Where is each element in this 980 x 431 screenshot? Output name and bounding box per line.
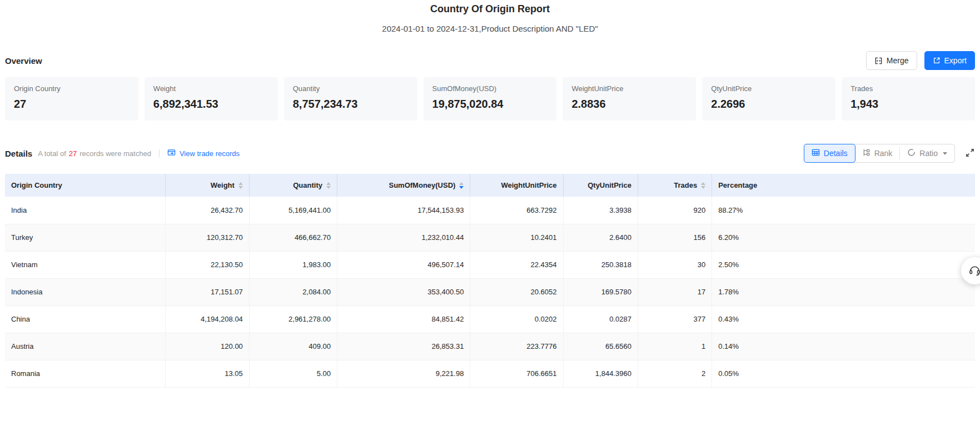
overview-card: Weight 6,892,341.53	[145, 77, 278, 121]
page-title: Country Of Origin Report	[0, 3, 980, 15]
column-header: QtyUnitPrice	[563, 174, 638, 197]
column-header: Percentage	[712, 174, 975, 197]
details-bar: Details A total of27records were matched…	[0, 144, 980, 163]
card-value: 1,943	[850, 98, 966, 111]
table-cell: 120,312.70	[165, 224, 249, 251]
card-label: WeightUnitPrice	[571, 84, 687, 93]
column-label: Quantity	[293, 181, 322, 189]
column-header[interactable]: Quantity	[249, 174, 337, 197]
table-cell: 466,662.70	[249, 224, 337, 251]
table-cell: 9,221.98	[337, 360, 470, 387]
table-cell: 3.3938	[563, 197, 638, 224]
overview-card: WeightUnitPrice 2.8836	[563, 77, 696, 121]
details-right: Details Rank Ratio	[804, 144, 975, 163]
sort-icon[interactable]	[238, 182, 243, 189]
table-cell: 0.05%	[712, 360, 975, 387]
table-row: Romania13.055.009,221.98706.66511,844.39…	[5, 360, 975, 387]
table-cell: 2,084.00	[249, 278, 337, 305]
column-label: QtyUnitPrice	[588, 181, 631, 189]
tab-details[interactable]: Details	[804, 144, 855, 163]
overview-card: Trades 1,943	[842, 77, 975, 121]
merge-button[interactable]: Merge	[866, 51, 917, 70]
overview-heading: Overview	[5, 56, 42, 66]
tab-rank[interactable]: Rank	[855, 144, 900, 162]
view-trade-records-label: View trade records	[180, 149, 240, 158]
card-value: 2.8836	[571, 98, 687, 111]
chevron-down-icon	[943, 152, 947, 155]
table-cell: 30	[638, 251, 712, 278]
table-cell: 22.4354	[470, 251, 563, 278]
table-cell: 88.27%	[712, 197, 975, 224]
table-cell: Austria	[5, 333, 165, 360]
table-cell: 26,853.31	[337, 333, 470, 360]
table-cell: 2.6400	[563, 224, 638, 251]
table-body: India26,432.705,169,441.0017,544,153.936…	[5, 197, 975, 387]
overview-bar: Overview Merge Export	[0, 51, 980, 70]
column-header[interactable]: Trades	[638, 174, 712, 197]
table-cell: 5,169,441.00	[249, 197, 337, 224]
table-cell: 22,130.50	[165, 251, 249, 278]
details-table-wrap: Origin Country Weight Quantity SumOfMone…	[5, 174, 975, 388]
trade-records-icon	[167, 148, 176, 158]
table-row: Vietnam22,130.501,983.00496,507.1422.435…	[5, 251, 975, 278]
card-label: Quantity	[293, 84, 409, 93]
rank-icon	[862, 148, 870, 158]
table-cell: 4,194,208.04	[165, 305, 249, 333]
table-cell: Romania	[5, 360, 165, 387]
column-header: Origin Country	[5, 174, 165, 197]
table-cell: 17,151.07	[165, 278, 249, 305]
merge-cells-icon	[874, 57, 883, 65]
details-left: Details A total of27records were matched…	[5, 148, 240, 158]
sort-icon[interactable]	[459, 182, 464, 189]
match-count: 27	[69, 149, 77, 158]
tab-ratio[interactable]: Ratio	[900, 144, 954, 162]
card-label: Weight	[153, 84, 269, 93]
table-cell: 2	[638, 360, 712, 387]
export-button-label: Export	[944, 56, 967, 65]
card-label: QtyUnitPrice	[711, 84, 827, 93]
overview-card: Origin Country 27	[5, 77, 138, 121]
table-cell: 223.7776	[470, 333, 563, 360]
table-cell: 6.20%	[712, 224, 975, 251]
card-label: SumOfMoney(USD)	[432, 84, 548, 93]
match-prefix: A total of	[38, 149, 66, 158]
table-cell: Turkey	[5, 224, 165, 251]
table-cell: 1,232,010.44	[337, 224, 470, 251]
table-cell: 250.3818	[563, 251, 638, 278]
table-cell: 409.00	[249, 333, 337, 360]
table-header-row: Origin Country Weight Quantity SumOfMone…	[5, 174, 975, 197]
card-value: 19,875,020.84	[432, 98, 548, 111]
card-value: 6,892,341.53	[153, 98, 269, 111]
table-cell: 1,983.00	[249, 251, 337, 278]
table-cell: 706.6651	[470, 360, 563, 387]
table-cell: 13.05	[165, 360, 249, 387]
export-icon	[933, 57, 941, 64]
table-cell: 0.14%	[712, 333, 975, 360]
table-cell: 26,432.70	[165, 197, 249, 224]
match-suffix: records were matched	[79, 149, 151, 158]
sort-icon[interactable]	[701, 182, 705, 189]
table-row: China4,194,208.042,961,278.0084,851.420.…	[5, 305, 975, 333]
table-cell: 120.00	[165, 333, 249, 360]
fullscreen-button[interactable]	[965, 148, 975, 159]
sort-icon[interactable]	[326, 182, 331, 189]
column-header: WeightUnitPrice	[470, 174, 563, 197]
table-cell: 0.0287	[563, 305, 638, 333]
table-cell: 10.2401	[470, 224, 563, 251]
export-button[interactable]: Export	[924, 51, 975, 70]
column-header[interactable]: SumOfMoney(USD)	[337, 174, 470, 197]
divider	[159, 149, 160, 157]
overview-actions: Merge Export	[866, 51, 975, 70]
view-trade-records-link[interactable]: View trade records	[167, 148, 240, 158]
table-cell: Indonesia	[5, 278, 165, 305]
card-value: 2.2696	[711, 98, 827, 111]
table-cell: 1.78%	[712, 278, 975, 305]
table-cell: Vietnam	[5, 251, 165, 278]
overview-card: SumOfMoney(USD) 19,875,020.84	[424, 77, 557, 121]
table-row: India26,432.705,169,441.0017,544,153.936…	[5, 197, 975, 224]
match-summary: A total of27records were matched	[38, 149, 151, 158]
column-label: SumOfMoney(USD)	[389, 181, 456, 189]
column-label: Trades	[674, 181, 697, 189]
column-header[interactable]: Weight	[165, 174, 249, 197]
table-cell: 20.6052	[470, 278, 563, 305]
